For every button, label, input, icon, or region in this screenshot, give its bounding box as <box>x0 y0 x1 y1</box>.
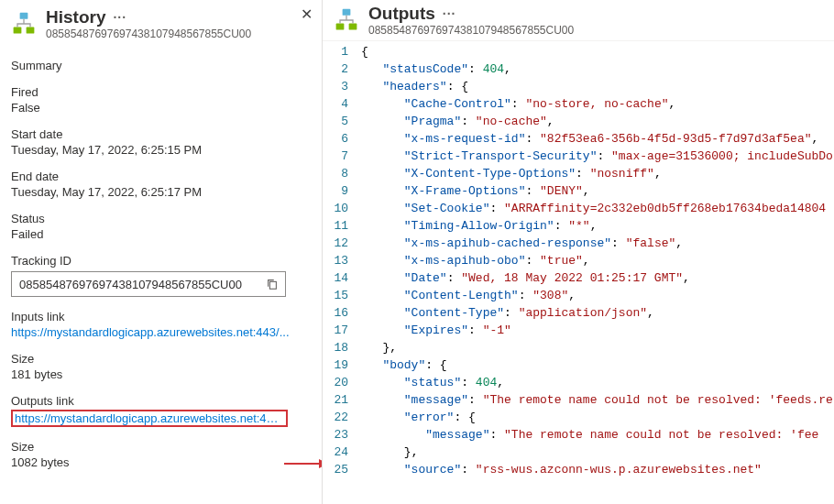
more-icon[interactable]: ··· <box>111 10 128 25</box>
outputs-link-label: Outputs link <box>11 394 311 408</box>
outputs-header: Outputs ··· 0858548769769743810794856785… <box>323 0 834 40</box>
start-date-value: Tuesday, May 17, 2022, 6:25:15 PM <box>11 143 311 157</box>
fired-label: Fired <box>11 85 311 99</box>
fired-value: False <box>11 101 311 115</box>
outputs-link[interactable]: https://mystandardlogicapp.azurewebsites… <box>15 411 284 425</box>
line-gutter: 1234567891011121314151617181920212223242… <box>323 41 357 504</box>
status-value: Failed <box>11 227 311 241</box>
tracking-id-field <box>11 271 286 297</box>
logic-app-icon <box>11 11 37 37</box>
svg-rect-1 <box>14 27 22 34</box>
outputs-size-value: 1082 bytes <box>11 455 311 469</box>
tracking-id-input[interactable] <box>12 278 258 291</box>
end-date-value: Tuesday, May 17, 2022, 6:25:17 PM <box>11 185 311 199</box>
annotation-arrow-icon <box>284 456 323 471</box>
outputs-size-label: Size <box>11 440 311 454</box>
svg-rect-0 <box>20 13 28 19</box>
logic-app-icon <box>334 7 359 33</box>
history-title: History <box>46 7 105 27</box>
outputs-run-id: 08585487697697438107948567855CU00 <box>368 24 823 37</box>
start-date-label: Start date <box>11 127 311 141</box>
svg-marker-5 <box>319 459 323 468</box>
history-header: History ··· 0858548769769743810794856785… <box>11 4 311 46</box>
history-run-id: 08585487697697438107948567855CU00 <box>46 27 311 40</box>
svg-rect-6 <box>343 9 351 16</box>
code-content[interactable]: { "statusCode": 404, "headers": { "Cache… <box>357 41 834 504</box>
close-icon[interactable]: ✕ <box>301 5 313 23</box>
copy-icon[interactable] <box>258 272 285 296</box>
svg-rect-7 <box>336 24 345 30</box>
more-icon[interactable]: ··· <box>441 6 458 21</box>
history-panel: ✕ History ··· 08585487697697438107948567… <box>0 0 323 504</box>
inputs-size-value: 181 bytes <box>11 367 311 381</box>
end-date-label: End date <box>11 170 311 183</box>
status-label: Status <box>11 212 311 225</box>
svg-rect-3 <box>269 281 276 289</box>
outputs-title: Outputs <box>368 4 435 24</box>
code-editor[interactable]: 1234567891011121314151617181920212223242… <box>323 40 834 504</box>
inputs-size-label: Size <box>11 352 311 366</box>
svg-rect-8 <box>349 24 357 30</box>
svg-rect-2 <box>27 27 35 34</box>
inputs-link[interactable]: https://mystandardlogicapp.azurewebsites… <box>11 325 311 339</box>
outputs-link-highlight: https://mystandardlogicapp.azurewebsites… <box>11 410 288 427</box>
summary-label: Summary <box>11 59 311 72</box>
tracking-id-label: Tracking ID <box>11 254 311 268</box>
outputs-panel: Outputs ··· 0858548769769743810794856785… <box>323 0 834 504</box>
inputs-link-label: Inputs link <box>11 310 311 323</box>
